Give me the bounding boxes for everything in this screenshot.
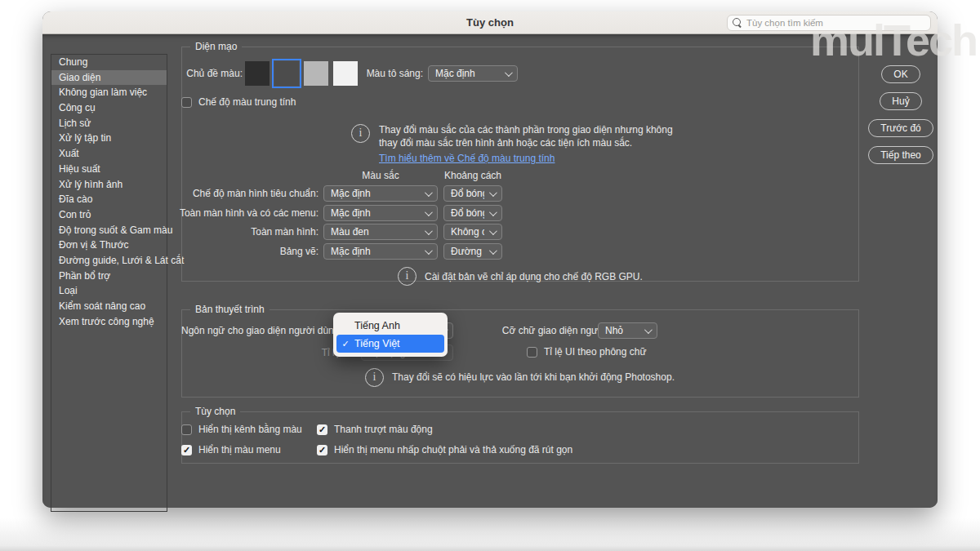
fullscreen-mode-label: Toàn màn hình: bbox=[140, 226, 318, 238]
select-value: Nhỏ bbox=[605, 325, 639, 336]
theme-swatch-white[interactable] bbox=[333, 61, 358, 86]
preferences-sidebar: Chung Giao diện Không gian làm việc Công… bbox=[51, 54, 167, 512]
sidebar-item-khong-gian[interactable]: Không gian làm việc bbox=[51, 85, 167, 100]
sidebar-item-chung[interactable]: Chung bbox=[51, 55, 167, 70]
standard-screen-spacing-select[interactable]: Đổ bóng bbox=[443, 185, 502, 202]
checkbox-unchecked-icon bbox=[181, 424, 192, 435]
language-dropdown-menu: Tiếng Anh ✓ Tiếng Việt bbox=[333, 313, 448, 357]
presentation-section-title: Bản thuyết trình bbox=[190, 304, 270, 315]
page-background: Tùy chọn Tùy chọn tìm kiếm Chung Giao di… bbox=[0, 0, 980, 551]
chevron-down-icon bbox=[489, 247, 497, 255]
standard-screen-color-select[interactable]: Mặc định bbox=[323, 185, 438, 202]
highlight-color-label: Màu tô sáng: bbox=[358, 68, 423, 79]
info-icon: i bbox=[398, 267, 416, 286]
select-value: Mặc định bbox=[331, 246, 420, 257]
neutral-color-mode-label: Chế độ màu trung tính bbox=[198, 96, 296, 108]
chevron-down-icon bbox=[489, 189, 497, 197]
dialog-button-column: OK Huỷ Trước đó Tiếp theo bbox=[864, 65, 938, 164]
checkbox-unchecked-icon bbox=[181, 97, 192, 108]
options-section-title: Tùy chọn bbox=[190, 406, 240, 417]
ui-font-size-select[interactable]: Nhỏ bbox=[598, 322, 657, 339]
checkbox-checked-icon: ✓ bbox=[317, 445, 327, 455]
previous-button[interactable]: Trước đó bbox=[868, 119, 933, 137]
fullscreen-menus-spacing-select[interactable]: Đổ bóng bbox=[443, 205, 502, 221]
fullscreen-menus-color-select[interactable]: Mặc định bbox=[323, 205, 438, 221]
chevron-down-icon bbox=[425, 227, 433, 235]
search-placeholder: Tùy chọn tìm kiếm bbox=[746, 18, 823, 28]
show-menu-colors-checkbox[interactable]: ✓ Hiển thị màu menu bbox=[181, 444, 281, 455]
select-value: Mặc định bbox=[331, 188, 420, 199]
presentation-section: Bản thuyết trình bbox=[181, 309, 859, 398]
appearance-section-title: Diện mạo bbox=[190, 41, 242, 52]
next-button[interactable]: Tiếp theo bbox=[868, 146, 933, 164]
menu-item-label: Tiếng Việt bbox=[354, 335, 400, 353]
appearance-info-line2: thay đổi màu sắc trên hình ảnh hoặc các … bbox=[379, 137, 632, 149]
sidebar-item-loai[interactable]: Loại bbox=[51, 283, 167, 299]
search-input[interactable]: Tùy chọn tìm kiếm bbox=[727, 15, 931, 31]
chevron-down-icon bbox=[425, 189, 433, 197]
sidebar-item-cong-cu[interactable]: Công cụ bbox=[51, 100, 167, 116]
dialog-body: Chung Giao diện Không gian làm việc Công… bbox=[42, 34, 938, 508]
select-value: Đổ bóng bbox=[451, 188, 484, 199]
select-value: Đường bbox=[451, 246, 484, 257]
sidebar-item-xem-truoc[interactable]: Xem trước công nghệ bbox=[51, 314, 167, 330]
fullscreen-menus-mode-label: Toàn màn hình và có các menu: bbox=[140, 207, 318, 219]
info-icon: i bbox=[351, 124, 370, 143]
dialog-titlebar[interactable]: Tùy chọn Tùy chọn tìm kiếm bbox=[42, 11, 938, 34]
checkbox-checked-icon: ✓ bbox=[181, 445, 192, 455]
checkbox-checked-icon: ✓ bbox=[317, 424, 327, 435]
show-menu-colors-label: Hiển thị màu menu bbox=[198, 444, 281, 455]
dynamic-color-sliders-label: Thanh trượt màu động bbox=[334, 424, 433, 435]
theme-swatch-medium-selected[interactable] bbox=[274, 61, 299, 86]
artboard-label: Bảng vẽ: bbox=[140, 246, 318, 257]
cancel-button[interactable]: Huỷ bbox=[880, 92, 921, 110]
chevron-down-icon bbox=[425, 247, 433, 255]
select-value: Mặc định bbox=[331, 207, 420, 219]
ok-button[interactable]: OK bbox=[881, 65, 920, 83]
menu-item-tieng-anh[interactable]: Tiếng Anh bbox=[336, 317, 444, 335]
search-icon bbox=[733, 18, 742, 28]
restart-note: Thay đổi sẽ có hiệu lực vào lần tới khi … bbox=[392, 371, 675, 383]
scale-ui-to-font-label: Tỉ lệ UI theo phông chữ bbox=[544, 346, 646, 358]
fullscreen-spacing-select[interactable]: Không có bbox=[443, 224, 502, 240]
checkbox-unchecked-icon bbox=[527, 347, 537, 358]
gpu-note: Cài đặt bản vẽ chỉ áp dụng cho chế độ RG… bbox=[425, 271, 643, 282]
chevron-down-icon bbox=[505, 69, 513, 77]
ui-language-label: Ngôn ngữ cho giao diện người dùng bbox=[181, 325, 339, 336]
channels-in-color-label: Hiển thị kênh bằng màu bbox=[198, 424, 302, 435]
scale-ui-to-font-checkbox[interactable]: Tỉ lệ UI theo phông chữ bbox=[527, 346, 646, 358]
checkmark-icon: ✓ bbox=[336, 335, 354, 353]
appearance-info-line1: Thay đổi màu sắc của các thành phần tron… bbox=[379, 124, 673, 136]
sidebar-item-hieu-suat[interactable]: Hiệu suất bbox=[51, 162, 167, 177]
sidebar-item-xu-ly-tap-tin[interactable]: Xử lý tập tin bbox=[51, 131, 167, 146]
theme-swatch-dark[interactable] bbox=[245, 61, 270, 86]
theme-swatch-light[interactable] bbox=[304, 61, 328, 86]
condensed-menus-label: Hiển thị menu nhấp chuột phải và thả xuố… bbox=[334, 444, 572, 455]
fullscreen-color-select[interactable]: Màu đen bbox=[323, 224, 438, 240]
sidebar-item-giao-dien[interactable]: Giao diện bbox=[51, 70, 167, 86]
dynamic-color-sliders-checkbox[interactable]: ✓ Thanh trượt màu động bbox=[317, 424, 433, 435]
sidebar-item-lich-su[interactable]: Lịch sử bbox=[51, 116, 167, 131]
chevron-down-icon bbox=[489, 227, 497, 235]
condensed-menus-checkbox[interactable]: ✓ Hiển thị menu nhấp chuột phải và thả x… bbox=[317, 444, 572, 455]
info-icon: i bbox=[365, 368, 384, 387]
channels-in-color-checkbox[interactable]: Hiển thị kênh bằng màu bbox=[181, 424, 302, 435]
sidebar-item-xuat[interactable]: Xuất bbox=[51, 146, 167, 162]
highlight-color-value: Mặc định bbox=[435, 68, 500, 79]
learn-more-link[interactable]: Tìm hiểu thêm về Chế độ màu trung tính bbox=[379, 153, 555, 164]
select-value: Đổ bóng bbox=[451, 207, 484, 219]
neutral-color-mode-checkbox[interactable]: Chế độ màu trung tính bbox=[181, 96, 296, 108]
sidebar-item-phan-bo-tro[interactable]: Phần bổ trợ bbox=[51, 269, 167, 284]
menu-item-label: Tiếng Anh bbox=[354, 317, 400, 335]
sidebar-item-kiem-soat[interactable]: Kiểm soát nâng cao bbox=[51, 299, 167, 314]
artboard-spacing-select[interactable]: Đường bbox=[443, 243, 502, 260]
chevron-down-icon bbox=[644, 326, 653, 334]
options-section: Tùy chọn bbox=[181, 411, 859, 464]
chevron-down-icon bbox=[489, 208, 497, 216]
select-value: Màu đen bbox=[331, 226, 420, 238]
theme-color-label: Chủ đề màu: bbox=[165, 68, 243, 79]
chevron-down-icon bbox=[425, 208, 433, 216]
artboard-color-select[interactable]: Mặc định bbox=[323, 243, 438, 260]
menu-item-tieng-viet-selected[interactable]: ✓ Tiếng Việt bbox=[336, 335, 444, 353]
highlight-color-select[interactable]: Mặc định bbox=[428, 65, 518, 82]
